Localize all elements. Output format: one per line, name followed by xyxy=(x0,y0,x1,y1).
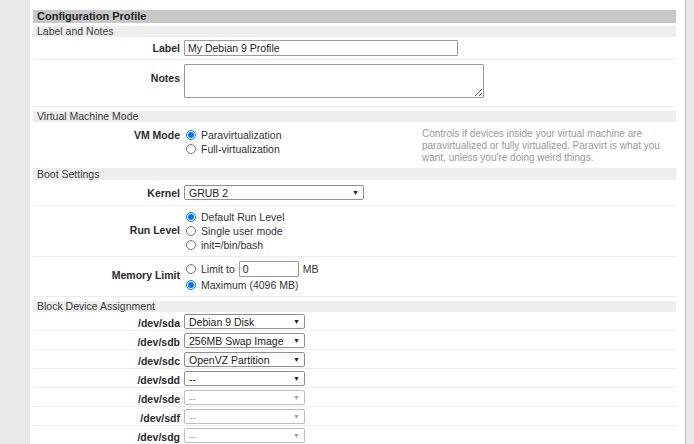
notes-row: Notes xyxy=(33,60,676,107)
kernel-row: Kernel GRUB 2 ▼ xyxy=(33,180,676,206)
run-level-default-label: Default Run Level xyxy=(201,211,284,223)
device-row-sdg: /dev/sdg -- ▼ xyxy=(33,426,676,444)
device-select-sdb-value: 256MB Swap Image xyxy=(189,335,284,347)
device-select-sde[interactable]: -- ▼ xyxy=(184,390,305,405)
dropdown-arrow-icon: ▼ xyxy=(352,189,359,197)
kernel-select[interactable]: GRUB 2 ▼ xyxy=(184,185,364,200)
dropdown-arrow-icon: ▼ xyxy=(293,337,300,345)
memory-limit-to-radio[interactable] xyxy=(186,264,196,274)
device-select-sdc[interactable]: OpenVZ Partition ▼ xyxy=(184,352,305,367)
device-label-sdb: /dev/sdb xyxy=(33,333,184,348)
dropdown-arrow-icon: ▼ xyxy=(293,413,300,421)
device-row-sdc: /dev/sdc OpenVZ Partition ▼ xyxy=(33,350,676,369)
memory-limit-row: Memory Limit Limit to MB Maximum (4096 M… xyxy=(33,257,676,297)
device-label-sdf: /dev/sdf xyxy=(33,409,184,424)
kernel-select-value: GRUB 2 xyxy=(189,187,228,199)
section-heading-block-devices: Block Device Assignment xyxy=(33,301,676,312)
vm-mode-row: VM Mode Paravirtualization Full-virtuali… xyxy=(33,122,676,169)
run-level-single-user-label: Single user mode xyxy=(201,225,283,237)
run-level-init-bash-label: init=/bin/bash xyxy=(201,239,263,251)
device-label-sdd: /dev/sdd xyxy=(33,371,184,386)
field-label-label: Label xyxy=(33,40,184,54)
field-label-run-level: Run Level xyxy=(33,209,184,236)
vm-mode-help-text: Controls if devices inside your virtual … xyxy=(422,127,676,164)
device-select-sdc-value: OpenVZ Partition xyxy=(189,354,270,366)
field-label-memory-limit: Memory Limit xyxy=(33,260,184,281)
device-select-sdd[interactable]: -- ▼ xyxy=(184,371,305,386)
vm-mode-paravirt-radio[interactable] xyxy=(186,130,196,140)
page-title: Configuration Profile xyxy=(33,10,676,23)
field-label-vm-mode: VM Mode xyxy=(33,127,184,141)
run-level-single-user-radio[interactable] xyxy=(186,226,196,236)
device-row-sdd: /dev/sdd -- ▼ xyxy=(33,369,676,388)
memory-limit-max-radio[interactable] xyxy=(186,280,196,290)
label-row: Label xyxy=(33,37,676,60)
field-label-notes: Notes xyxy=(33,64,184,84)
memory-limit-max-label: Maximum (4096 MB) xyxy=(201,279,298,291)
dropdown-arrow-icon: ▼ xyxy=(293,394,300,402)
device-label-sdc: /dev/sdc xyxy=(33,352,184,367)
memory-limit-unit-label: MB xyxy=(303,263,319,275)
vm-mode-paravirt-label: Paravirtualization xyxy=(201,129,282,141)
device-row-sde: /dev/sde -- ▼ xyxy=(33,388,676,407)
memory-limit-to-label: Limit to xyxy=(201,263,235,275)
section-heading-label-and-notes: Label and Notes xyxy=(33,26,676,37)
device-select-sda-value: Debian 9 Disk xyxy=(189,316,254,328)
field-label-kernel: Kernel xyxy=(33,185,184,199)
memory-limit-input[interactable] xyxy=(239,261,299,277)
device-select-sda[interactable]: Debian 9 Disk ▼ xyxy=(184,314,305,329)
device-select-sdf[interactable]: -- ▼ xyxy=(184,409,305,424)
section-heading-boot-settings: Boot Settings xyxy=(33,169,676,180)
device-label-sde: /dev/sde xyxy=(33,390,184,405)
device-select-sde-value: -- xyxy=(189,392,196,404)
device-select-sdd-value: -- xyxy=(189,373,196,385)
section-heading-vm-mode: Virtual Machine Mode xyxy=(33,111,676,122)
device-select-sdg-value: -- xyxy=(189,430,196,442)
device-select-sdb[interactable]: 256MB Swap Image ▼ xyxy=(184,333,305,348)
label-input[interactable] xyxy=(184,40,458,56)
device-label-sdg: /dev/sdg xyxy=(33,428,184,443)
run-level-init-bash-radio[interactable] xyxy=(186,240,196,250)
configuration-profile-panel: Configuration Profile Label and Notes La… xyxy=(30,0,686,444)
run-level-row: Run Level Default Run Level Single user … xyxy=(33,206,676,257)
dropdown-arrow-icon: ▼ xyxy=(293,318,300,326)
device-label-sda: /dev/sda xyxy=(33,314,184,329)
notes-textarea[interactable] xyxy=(184,64,484,98)
vm-mode-fullvirt-label: Full-virtualization xyxy=(201,143,280,155)
dropdown-arrow-icon: ▼ xyxy=(293,356,300,364)
device-row-sdf: /dev/sdf -- ▼ xyxy=(33,407,676,426)
device-select-sdf-value: -- xyxy=(189,411,196,423)
device-row-sda: /dev/sda Debian 9 Disk ▼ xyxy=(33,312,676,331)
vm-mode-fullvirt-radio[interactable] xyxy=(186,144,196,154)
device-row-sdb: /dev/sdb 256MB Swap Image ▼ xyxy=(33,331,676,350)
dropdown-arrow-icon: ▼ xyxy=(293,375,300,383)
device-select-sdg[interactable]: -- ▼ xyxy=(184,428,305,443)
run-level-default-radio[interactable] xyxy=(186,212,196,222)
dropdown-arrow-icon: ▼ xyxy=(293,432,300,440)
